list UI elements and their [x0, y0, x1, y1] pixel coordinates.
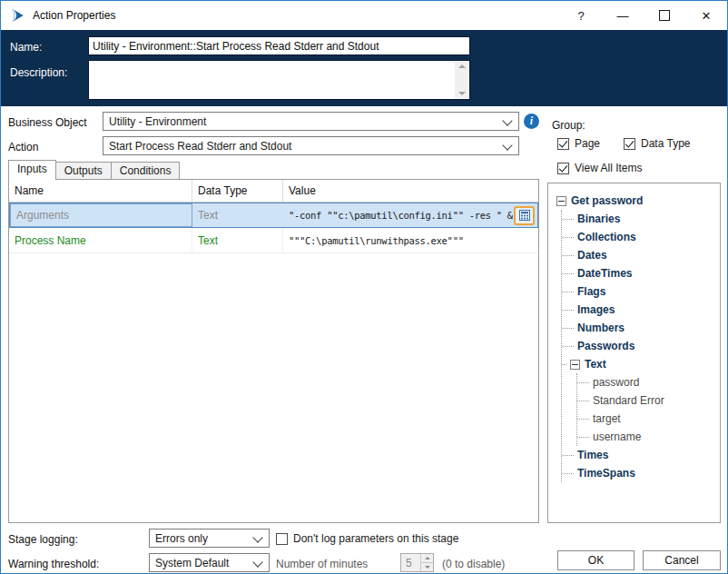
tree-item-flags[interactable]: Flags	[562, 282, 716, 301]
table-row-process-name[interactable]: Process Name Text """C:\pamutil\runwithp…	[9, 228, 538, 253]
tree-item-target[interactable]: target	[577, 410, 716, 428]
dont-log-label: Don't log parameters on this stage	[293, 532, 458, 545]
column-header-name[interactable]: Name	[9, 180, 192, 202]
action-properties-dialog: Action Properties ? — ✕ Name: Descriptio…	[0, 0, 728, 574]
cell-name[interactable]: Arguments	[10, 203, 192, 227]
description-input[interactable]	[88, 60, 470, 100]
tab-strip: Inputs Outputs Conditions	[8, 160, 180, 180]
tree-item-images[interactable]: Images	[562, 301, 716, 319]
help-icon[interactable]: ?	[560, 1, 602, 30]
checkbox-page[interactable]: Page	[557, 137, 600, 150]
close-icon[interactable]: ✕	[685, 1, 727, 30]
checkbox-view-all-items[interactable]: View All Items	[557, 162, 642, 174]
cancel-button[interactable]: Cancel	[643, 550, 721, 570]
tab-conditions[interactable]: Conditions	[111, 162, 181, 179]
tree-item-timespans[interactable]: TimeSpans	[562, 464, 716, 482]
disable-hint: (0 to disable)	[442, 558, 505, 570]
collapse-icon[interactable]	[556, 196, 566, 206]
window-title: Action Properties	[33, 9, 115, 22]
data-items-tree: Get password Binaries Collections Dates …	[547, 183, 721, 523]
stepper-down-icon[interactable]	[421, 562, 433, 571]
expression-editor-button[interactable]	[514, 206, 535, 225]
tree-item-dates[interactable]: Dates	[562, 246, 716, 264]
chevron-down-icon	[502, 115, 512, 125]
scroll-up-icon[interactable]	[458, 64, 466, 68]
minimize-icon[interactable]: —	[602, 1, 644, 30]
group-label: Group:	[552, 119, 585, 132]
tree-item-standard-error[interactable]: Standard Error	[577, 391, 716, 410]
tree-item-username[interactable]: username	[577, 428, 716, 446]
checkbox-icon[interactable]	[557, 138, 569, 150]
title-bar: Action Properties ? — ✕	[1, 1, 727, 30]
table-header: Name Data Type Value	[9, 180, 538, 203]
cell-value[interactable]: "-conf ""c:\pamutil\config.ini"" -res " …	[283, 203, 537, 227]
number-of-minutes-label: Number of minutes	[276, 558, 368, 570]
business-object-dropdown[interactable]: Utility - Environment	[103, 112, 519, 131]
dialog-header: Name: Description:	[1, 30, 727, 106]
minutes-stepper[interactable]: 5	[400, 553, 434, 572]
column-header-value[interactable]: Value	[283, 180, 538, 202]
column-header-data-type[interactable]: Data Type	[192, 180, 283, 202]
tree-item-numbers[interactable]: Numbers	[562, 319, 716, 337]
checkbox-icon[interactable]	[624, 138, 635, 150]
tree-item-collections[interactable]: Collections	[562, 228, 716, 246]
warning-threshold-label: Warning threshold:	[8, 558, 99, 570]
cell-data-type[interactable]: Text	[192, 203, 283, 227]
scroll-down-icon[interactable]	[458, 92, 466, 95]
warning-threshold-dropdown[interactable]: System Default	[149, 553, 270, 572]
minutes-value[interactable]: 5	[401, 554, 420, 571]
checkbox-dont-log-parameters[interactable]: Don't log parameters on this stage	[276, 532, 458, 545]
info-icon[interactable]	[524, 114, 539, 129]
tab-inputs[interactable]: Inputs	[8, 160, 56, 180]
chevron-down-icon	[252, 532, 262, 542]
cell-value[interactable]: """C:\pamutil\runwithpass.exe"""	[283, 228, 538, 252]
blue-prism-logo-icon	[9, 7, 25, 24]
checkbox-data-type[interactable]: Data Type	[624, 137, 690, 150]
calculator-icon	[519, 210, 530, 221]
business-object-label: Business Object	[8, 116, 87, 129]
table-row-arguments[interactable]: Arguments Text "-conf ""c:\pamutil\confi…	[9, 203, 538, 228]
name-input[interactable]	[88, 36, 470, 55]
chevron-down-icon	[502, 140, 512, 150]
window-controls: ? — ✕	[560, 1, 727, 30]
action-label: Action	[8, 141, 38, 153]
action-dropdown[interactable]: Start Process Read Stderr and Stdout	[103, 136, 519, 155]
checkbox-page-label: Page	[575, 137, 600, 150]
tree-item-binaries[interactable]: Binaries	[562, 210, 716, 228]
checkbox-icon[interactable]	[557, 163, 569, 174]
inputs-table: Name Data Type Value Arguments Text "-co…	[8, 179, 539, 523]
cell-data-type[interactable]: Text	[192, 228, 283, 252]
tree-item-get-password[interactable]: Get password	[556, 192, 716, 210]
description-label: Description:	[10, 66, 67, 79]
tree-item-password[interactable]: password	[577, 373, 716, 391]
cell-name[interactable]: Process Name	[9, 228, 192, 252]
stepper-up-icon[interactable]	[421, 554, 433, 562]
chevron-down-icon	[252, 557, 262, 567]
name-label: Name:	[10, 41, 42, 54]
tab-outputs[interactable]: Outputs	[55, 162, 112, 179]
collapse-icon[interactable]	[570, 360, 580, 370]
description-scrollbar[interactable]	[455, 62, 468, 98]
ok-button[interactable]: OK	[557, 550, 635, 570]
stage-logging-dropdown[interactable]: Errors only	[149, 529, 270, 548]
checkbox-view-all-label: View All Items	[575, 162, 642, 174]
tree-item-text[interactable]: Text	[562, 355, 716, 373]
stage-logging-label: Stage logging:	[8, 533, 78, 546]
tree-item-times[interactable]: Times	[562, 446, 716, 464]
tree-item-datetimes[interactable]: DateTimes	[562, 264, 716, 282]
checkbox-icon[interactable]	[276, 533, 288, 545]
maximize-icon[interactable]	[644, 1, 685, 30]
checkbox-data-type-label: Data Type	[641, 137, 690, 150]
tree-item-passwords[interactable]: Passwords	[562, 337, 716, 355]
